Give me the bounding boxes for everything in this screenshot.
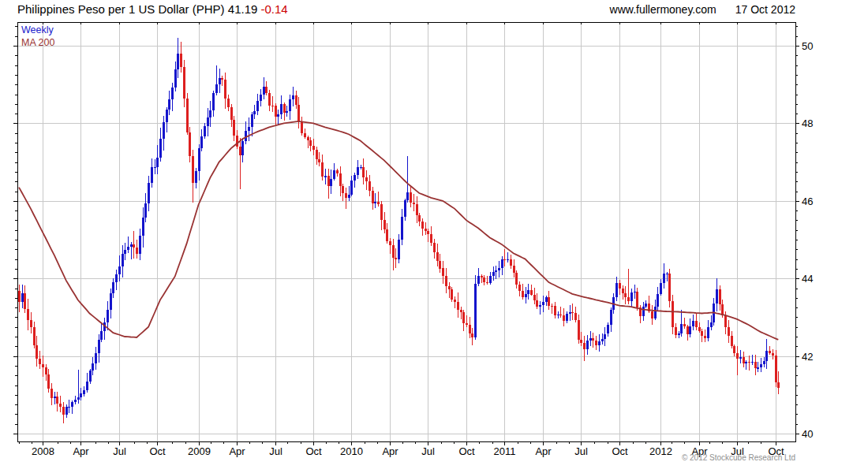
x-axis-label: Jul xyxy=(113,445,126,457)
x-axis-label: Oct xyxy=(458,445,475,457)
y-axis-label: 44 xyxy=(802,273,813,285)
ma-line-layer xyxy=(19,121,778,340)
x-axis-label: Oct xyxy=(612,445,628,457)
chart-page: Philippines Peso per 1 US Dollar (PHP) 4… xyxy=(0,0,868,473)
y-axis-label: 46 xyxy=(802,196,813,207)
y-axis-label: 40 xyxy=(802,428,813,440)
x-axis-label: 2009 xyxy=(188,445,211,457)
header-right: www.fullermoney.com 17 Oct 2012 xyxy=(610,3,795,16)
legend-timeframe: Weekly xyxy=(21,24,54,36)
x-axis-label: 2012 xyxy=(649,445,672,457)
x-axis-label: Oct xyxy=(305,445,322,457)
chart-date: 17 Oct 2012 xyxy=(735,3,795,16)
website-link: www.fullermoney.com xyxy=(610,3,716,16)
legend-ma-label: MA 200 xyxy=(21,36,54,49)
x-axis-label: Jul xyxy=(269,445,282,457)
candles-layer xyxy=(18,38,780,423)
price-change: -0.14 xyxy=(261,2,288,16)
ma-200-line xyxy=(19,121,778,340)
x-axis-label: Jul xyxy=(421,445,435,457)
y-axis-label: 42 xyxy=(802,351,813,363)
x-axis-label: Apr xyxy=(73,445,89,457)
price-chart: 4042444648502008AprJulOct2009AprJulOct20… xyxy=(0,0,868,473)
last-price: 41.19 xyxy=(225,2,261,16)
x-axis-label: Apr xyxy=(229,445,245,457)
x-axis-label: 2008 xyxy=(32,445,54,457)
instrument-title: Philippines Peso per 1 US Dollar (PHP) xyxy=(17,2,225,16)
x-axis-label: Apr xyxy=(535,445,552,457)
x-axis-label: Jul xyxy=(574,445,588,457)
y-axis-label: 50 xyxy=(802,40,813,52)
legend: Weekly MA 200 xyxy=(21,24,54,49)
x-axis-label: 2010 xyxy=(340,445,363,457)
x-axis-label: 2011 xyxy=(494,445,516,457)
x-axis-label: Apr xyxy=(382,445,398,457)
x-axis-label: Oct xyxy=(149,445,166,457)
copyright-notice: © 2012 Stockcube Research Ltd xyxy=(682,453,795,462)
y-axis-label: 48 xyxy=(802,117,813,129)
chart-title: Philippines Peso per 1 US Dollar (PHP) 4… xyxy=(17,2,288,16)
